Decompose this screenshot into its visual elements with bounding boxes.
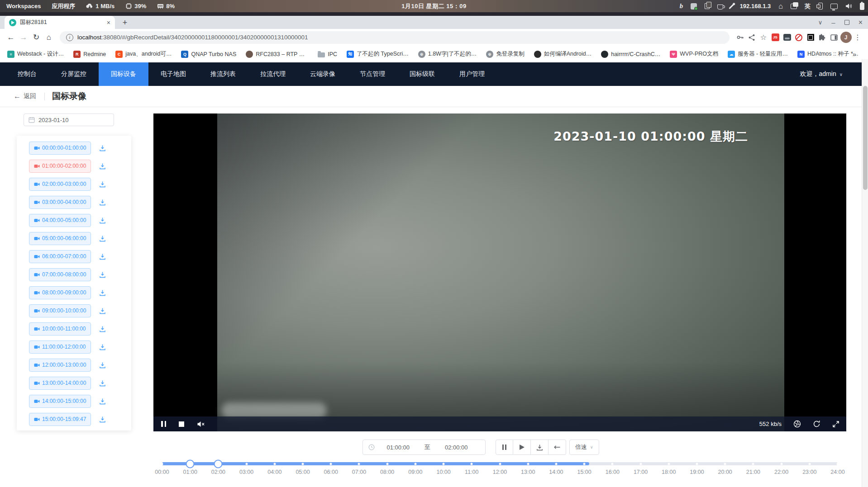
segment-play-button[interactable]: 12:00:00-13:00:00 bbox=[29, 359, 91, 372]
play-button[interactable] bbox=[513, 440, 531, 455]
new-tab-button[interactable] bbox=[119, 17, 130, 28]
scrollbar-thumb[interactable] bbox=[863, 86, 868, 190]
volume-icon[interactable] bbox=[845, 3, 852, 9]
bookmark-item[interactable]: Ψ WVP-PRO文档 bbox=[670, 50, 718, 58]
bookmark-item[interactable]: 如何编译Android… bbox=[534, 50, 592, 58]
nav-menu-item[interactable]: 节点管理 bbox=[348, 62, 397, 86]
reload-button[interactable]: ↻ bbox=[30, 31, 43, 44]
browser-home-button[interactable]: ⌂ bbox=[43, 31, 55, 44]
extension-dark-icon[interactable] bbox=[781, 32, 793, 43]
segment-play-button[interactable]: 11:00:00-12:00:00 bbox=[29, 340, 91, 354]
bookmark-item[interactable]: ⊕ 免登录复制 bbox=[486, 50, 525, 58]
segment-download-icon[interactable] bbox=[99, 163, 106, 170]
site-info-icon[interactable] bbox=[66, 34, 73, 41]
segment-play-button[interactable]: 06:00:00-07:00:00 bbox=[29, 250, 91, 263]
segment-download-icon[interactable] bbox=[99, 344, 106, 350]
segment-download-icon[interactable] bbox=[99, 217, 106, 224]
segment-play-button[interactable]: 04:00:00-05:00:00 bbox=[29, 214, 91, 227]
bookmark-item[interactable]: Q QNAP Turbo NAS bbox=[181, 51, 236, 58]
window-restore-button[interactable] bbox=[844, 20, 849, 25]
timeline-track[interactable] bbox=[162, 462, 838, 465]
home-tray-icon[interactable]: ⌂ bbox=[778, 3, 783, 10]
bookmarks-overflow-chevron[interactable]: » bbox=[853, 50, 858, 58]
clipboard-icon[interactable] bbox=[705, 3, 710, 9]
phone-link-icon[interactable] bbox=[818, 3, 823, 9]
date-picker-input[interactable]: 2023-01-10 bbox=[24, 113, 114, 126]
extensions-puzzle-icon[interactable] bbox=[816, 32, 828, 43]
bookmark-item[interactable]: C java、android可… bbox=[115, 50, 172, 58]
side-panel-icon[interactable] bbox=[828, 32, 840, 43]
nav-menu-item[interactable]: 分屏监控 bbox=[49, 62, 99, 86]
player-refresh-icon[interactable] bbox=[813, 420, 820, 428]
nav-menu-item[interactable]: 控制台 bbox=[5, 62, 49, 86]
player-stop-icon[interactable] bbox=[179, 421, 184, 427]
nav-menu-item[interactable]: 用户管理 bbox=[447, 62, 497, 86]
segment-download-icon[interactable] bbox=[99, 362, 106, 369]
player-pause-icon[interactable] bbox=[161, 421, 166, 427]
nav-menu-item[interactable]: 拉流代理 bbox=[248, 62, 298, 86]
bookmark-item[interactable]: 知 了不起的 TypeScri… bbox=[347, 50, 409, 58]
segment-download-icon[interactable] bbox=[99, 307, 106, 314]
applications-button[interactable]: 应用程序 bbox=[52, 2, 75, 10]
tab-close-icon[interactable] bbox=[107, 19, 110, 26]
segment-play-button[interactable]: 10:00:00-11:00:00 bbox=[29, 322, 91, 336]
segment-download-icon[interactable] bbox=[99, 181, 106, 188]
segment-play-button[interactable]: 05:00:00-06:00:00 bbox=[29, 232, 91, 245]
segment-download-icon[interactable] bbox=[99, 235, 106, 242]
segment-download-icon[interactable] bbox=[99, 271, 106, 278]
share-icon[interactable] bbox=[746, 32, 758, 43]
menu-kebab-icon[interactable] bbox=[852, 32, 863, 43]
caffeine-cup-icon[interactable] bbox=[717, 3, 723, 9]
back-link[interactable]: 返回 bbox=[14, 92, 36, 100]
nav-menu-item[interactable]: 国标级联 bbox=[397, 62, 447, 86]
network-indicator[interactable]: 1 MB/s bbox=[86, 3, 114, 9]
seek-back-button[interactable] bbox=[548, 440, 566, 455]
color-picker-icon[interactable] bbox=[731, 3, 732, 9]
ip-address[interactable]: 192.168.1.3 bbox=[740, 3, 771, 9]
tab-search-chevron-icon[interactable] bbox=[818, 19, 823, 26]
app-indicator-b-icon[interactable]: b bbox=[680, 2, 683, 10]
pause-button[interactable] bbox=[496, 440, 513, 455]
segment-download-icon[interactable] bbox=[99, 199, 106, 206]
bookmark-item[interactable]: N HDAtmos :: 种子 *… bbox=[797, 50, 858, 58]
segment-play-button[interactable]: 03:00:00-04:00:00 bbox=[29, 196, 91, 209]
extension-blocker-icon[interactable] bbox=[793, 32, 805, 43]
segment-download-icon[interactable] bbox=[99, 380, 106, 387]
segment-play-button[interactable]: 15:00:00-15:09:47 bbox=[29, 413, 91, 426]
window-minimize-button[interactable] bbox=[831, 19, 835, 26]
extension-js-icon[interactable]: JS bbox=[769, 32, 781, 43]
segment-play-button[interactable]: 00:00:00-01:00:00 bbox=[29, 142, 91, 155]
segment-play-button[interactable]: 09:00:00-10:00:00 bbox=[29, 304, 91, 317]
player-mute-icon[interactable] bbox=[197, 421, 205, 427]
bookmark-item[interactable]: ☁ 服务器 - 轻量应用… bbox=[728, 50, 788, 58]
user-welcome[interactable]: 欢迎，admin bbox=[800, 62, 843, 86]
password-key-icon[interactable] bbox=[734, 32, 746, 43]
browser-tab[interactable]: 国标28181 bbox=[5, 16, 115, 29]
bookmark-item[interactable]: R Redmine bbox=[73, 51, 106, 58]
bookmark-star-icon[interactable] bbox=[758, 32, 769, 43]
forward-button[interactable]: → bbox=[17, 31, 30, 44]
screenshot-tool-icon[interactable] bbox=[691, 3, 697, 9]
segment-play-button[interactable]: 08:00:00-09:00:00 bbox=[29, 286, 91, 299]
segment-play-button[interactable]: 01:00:00-02:00:00 bbox=[29, 160, 91, 173]
download-button[interactable] bbox=[531, 440, 548, 455]
segment-download-icon[interactable] bbox=[99, 145, 106, 151]
input-method-indicator[interactable]: 英 bbox=[805, 2, 811, 10]
segment-play-button[interactable]: 02:00:00-03:00:00 bbox=[29, 178, 91, 191]
page-scrollbar[interactable] bbox=[862, 59, 868, 487]
battery-icon[interactable] bbox=[860, 3, 864, 10]
segment-download-icon[interactable] bbox=[99, 326, 106, 332]
bookmark-item[interactable]: ≡ Webstack - 设计… bbox=[7, 50, 64, 58]
fullscreen-icon[interactable] bbox=[832, 421, 839, 428]
playback-speed-dropdown[interactable]: 倍速 bbox=[569, 440, 599, 455]
profile-avatar[interactable]: J bbox=[840, 32, 852, 43]
timeline-handle[interactable] bbox=[214, 459, 223, 468]
extension-frame-icon[interactable] bbox=[805, 32, 816, 43]
bookmark-item[interactable]: IPC bbox=[318, 51, 337, 57]
segment-download-icon[interactable] bbox=[99, 398, 106, 405]
memory-indicator[interactable]: 8% bbox=[157, 3, 175, 9]
window-close-button[interactable] bbox=[858, 19, 863, 27]
snapshot-aperture-icon[interactable] bbox=[793, 420, 801, 428]
back-button[interactable]: ← bbox=[5, 31, 17, 44]
bookmark-item[interactable]: hairrrrr/C-CrashC… bbox=[601, 51, 660, 58]
